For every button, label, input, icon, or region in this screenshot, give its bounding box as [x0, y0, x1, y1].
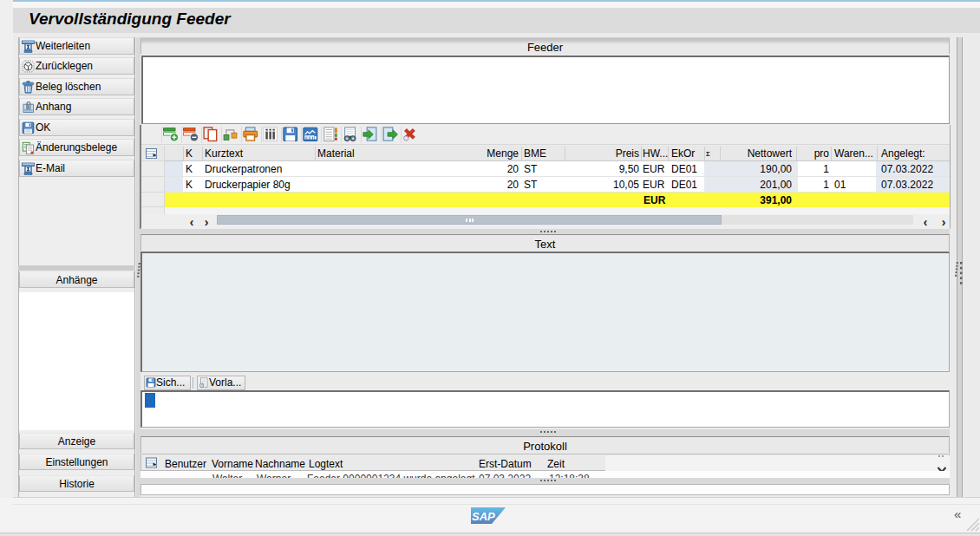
- svg-text:SAP: SAP: [472, 510, 495, 523]
